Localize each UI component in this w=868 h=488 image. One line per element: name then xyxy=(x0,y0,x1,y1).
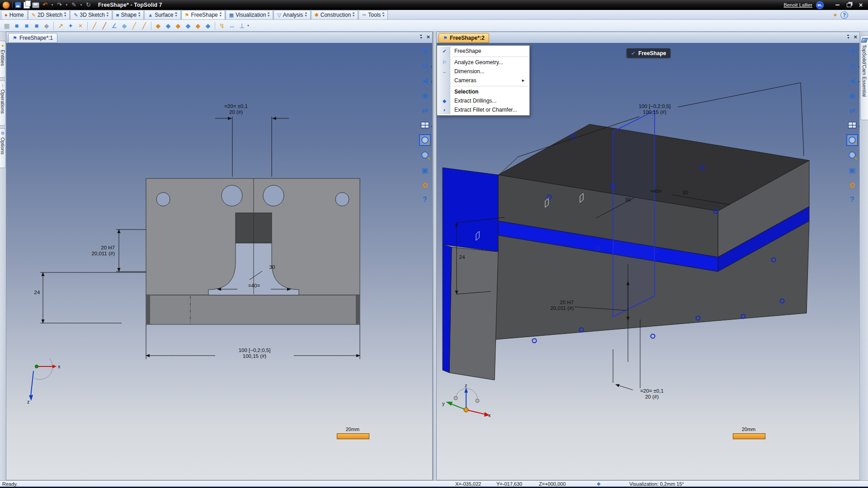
help-icon[interactable]: ? xyxy=(840,11,848,19)
swept-plane-icon[interactable]: ◆ xyxy=(203,21,213,31)
help-icon[interactable]: ? xyxy=(846,194,858,206)
clip-box-icon[interactable]: ▣ xyxy=(846,164,858,176)
refresh-icon[interactable]: ↻ xyxy=(85,1,92,9)
tab-shape[interactable]: ■Shape▾ xyxy=(113,10,144,19)
minimize-button[interactable] xyxy=(834,2,841,8)
visualization-cube-icon[interactable]: ◆ xyxy=(597,481,600,487)
help-icon[interactable]: ? xyxy=(419,194,431,206)
frame-icon[interactable]: ↗ xyxy=(56,21,66,31)
copy-icon[interactable] xyxy=(24,2,30,9)
user-account-link[interactable]: Benoit Lallier xyxy=(783,2,812,8)
save-icon[interactable] xyxy=(15,2,21,8)
visualization-status[interactable]: Visualization: 0,2mm 15° xyxy=(629,481,684,487)
tab-analysis[interactable]: ▽Analysis▾ xyxy=(274,10,310,19)
tab-menu-chevron-icon[interactable]: ▾ xyxy=(305,13,307,17)
menu-item-extract-drillings[interactable]: ◆Extract Drillings... xyxy=(438,96,528,105)
camera-icon[interactable]: ◉ xyxy=(846,89,858,101)
line-icon[interactable]: ╱ xyxy=(90,21,99,31)
user-avatar[interactable]: BL xyxy=(816,1,824,9)
menu-item-analyze-geometry[interactable]: ⚐Analyze Geometry... xyxy=(438,58,528,67)
menu-item-dimension[interactable]: ↔Dimension... xyxy=(438,67,528,76)
clip-box-icon[interactable]: ▣ xyxy=(419,164,431,176)
inclined-plane-icon[interactable]: ◆ xyxy=(183,21,193,31)
viewport-close-icon[interactable]: × xyxy=(854,34,857,40)
flip-view-icon[interactable]: ⇄ xyxy=(846,104,858,116)
render-style-icon[interactable]: ✿ xyxy=(846,179,858,191)
zoom-icon[interactable] xyxy=(419,149,431,161)
toolbar-more-icon[interactable]: ▾ xyxy=(247,23,249,28)
document-tab-freeshape-1[interactable]: ⚑ FreeShape*:1 xyxy=(8,33,57,43)
tab-surface[interactable]: ▲Surface▾ xyxy=(144,10,180,19)
flip-view-icon[interactable]: ⇄ xyxy=(419,104,431,116)
tab-2d-sketch[interactable]: ✎2D Sketch▾ xyxy=(28,10,70,19)
revolve-shape-icon[interactable]: ■ xyxy=(22,21,32,31)
parallel-plane-icon[interactable]: ◆ xyxy=(173,21,183,31)
tab-visualization[interactable]: ▦Visualization▾ xyxy=(226,10,274,19)
restore-button[interactable] xyxy=(845,2,853,8)
loft-shape-icon[interactable]: ■ xyxy=(32,21,42,31)
pen-icon[interactable]: ✎ xyxy=(71,1,77,9)
tab-tools[interactable]: ✂Tools▾ xyxy=(359,10,388,19)
dropdown-icon[interactable]: ▾ xyxy=(431,80,432,84)
menu-item-freeshape[interactable]: ✔FreeShape xyxy=(438,47,528,56)
construction-line-icon[interactable]: ╱ xyxy=(139,21,149,31)
viewport-menu-icon[interactable]: ▾ xyxy=(420,35,422,39)
dropdown-icon[interactable]: ▾ xyxy=(431,125,432,128)
view-direction-icon[interactable]: ◀▾ xyxy=(846,75,858,86)
tab-menu-chevron-icon[interactable]: ▾ xyxy=(175,13,177,17)
viewport-layout-icon[interactable]: ▾ xyxy=(846,119,858,131)
render-style-icon[interactable]: ✿ xyxy=(419,179,431,191)
view-direction-icon[interactable]: ◀▾ xyxy=(419,75,431,86)
camera-icon[interactable]: ◉ xyxy=(419,89,431,101)
tab-menu-chevron-icon[interactable]: ▾ xyxy=(64,13,66,17)
undo-menu-icon[interactable]: ▾ xyxy=(51,3,54,7)
tab-menu-chevron-icon[interactable]: ▾ xyxy=(353,13,354,17)
plane-by-line-icon[interactable]: ◆ xyxy=(119,21,129,31)
tab-menu-chevron-icon[interactable]: ▾ xyxy=(107,13,108,17)
assistant-icon[interactable]: ✦ xyxy=(833,12,838,19)
distance-dimension-icon[interactable]: ↔ xyxy=(227,21,237,31)
shape-preview-icon[interactable]: ▦ xyxy=(2,21,12,31)
orbit-icon[interactable]: ↺▾ xyxy=(846,60,858,71)
viewport-1-canvas[interactable]: =20= ±0,120 (#) 20 H720,011 (#) 24 30 =4… xyxy=(6,43,432,480)
quick-dimension-icon[interactable]: ↯ xyxy=(217,21,227,31)
tab-freeshape[interactable]: ⚑FreeShape▾ xyxy=(181,10,225,19)
offset-plane-icon[interactable]: ◆ xyxy=(163,21,173,31)
tab-home[interactable]: ●Home xyxy=(1,10,28,19)
zoom-icon[interactable] xyxy=(846,149,858,161)
tab-menu-chevron-icon[interactable]: ▾ xyxy=(382,13,384,17)
menu-item-extract-fillet-or-chamfer[interactable]: ◗Extract Fillet or Chamfer... xyxy=(438,105,528,114)
dropdown-icon[interactable]: ▾ xyxy=(431,65,432,69)
panel-tab-topsolid-cam[interactable]: TopSolid'Cam Essential xyxy=(860,35,868,120)
axis-line-icon[interactable]: ╱ xyxy=(99,21,109,31)
tab-menu-chevron-icon[interactable]: ▾ xyxy=(268,13,269,17)
plane-through-icon[interactable]: ◆ xyxy=(193,21,203,31)
perpendicular-constraint-icon[interactable]: ⊥ xyxy=(237,21,247,31)
document-tab-freeshape-2[interactable]: ⚑ FreeShape*:2 xyxy=(439,33,489,43)
zoom-window-icon[interactable] xyxy=(419,134,431,146)
pen-menu-icon[interactable]: ▾ xyxy=(80,3,83,7)
close-button[interactable]: × xyxy=(857,2,864,8)
plane-icon[interactable]: ◆ xyxy=(153,21,163,31)
panel-tab-options[interactable]: ⚙ Options xyxy=(0,128,6,168)
undo-icon[interactable]: ↶ xyxy=(42,1,48,9)
viewport-layout-icon[interactable]: ▾ xyxy=(419,119,431,131)
pan-icon[interactable]: ✚ xyxy=(846,45,858,56)
orbit-icon[interactable]: ↺▾ xyxy=(419,60,431,71)
tab-3d-sketch[interactable]: ✎3D Sketch▾ xyxy=(70,10,112,19)
extrude-shape-icon[interactable]: ■ xyxy=(12,21,22,31)
point-icon[interactable]: ✦ xyxy=(66,21,75,31)
zoom-window-icon[interactable] xyxy=(846,134,858,146)
redo-icon[interactable]: ↷ xyxy=(56,1,63,9)
viewport-close-icon[interactable]: × xyxy=(426,34,430,40)
remove-material-icon[interactable]: ◆ xyxy=(42,21,52,31)
panel-tab-operations[interactable]: ↕ Operations xyxy=(0,80,6,126)
intersection-icon[interactable]: × xyxy=(75,21,85,31)
tab-menu-chevron-icon[interactable]: ▾ xyxy=(220,13,222,17)
redo-menu-icon[interactable]: ▾ xyxy=(65,3,68,7)
pan-icon[interactable]: ✚ xyxy=(419,45,431,56)
offset-line-icon[interactable]: ╱ xyxy=(129,21,139,31)
tab-menu-chevron-icon[interactable]: ▾ xyxy=(138,13,140,17)
angle-line-icon[interactable]: ∠ xyxy=(109,21,119,31)
tab-construction[interactable]: ✱Construction▾ xyxy=(311,10,359,19)
